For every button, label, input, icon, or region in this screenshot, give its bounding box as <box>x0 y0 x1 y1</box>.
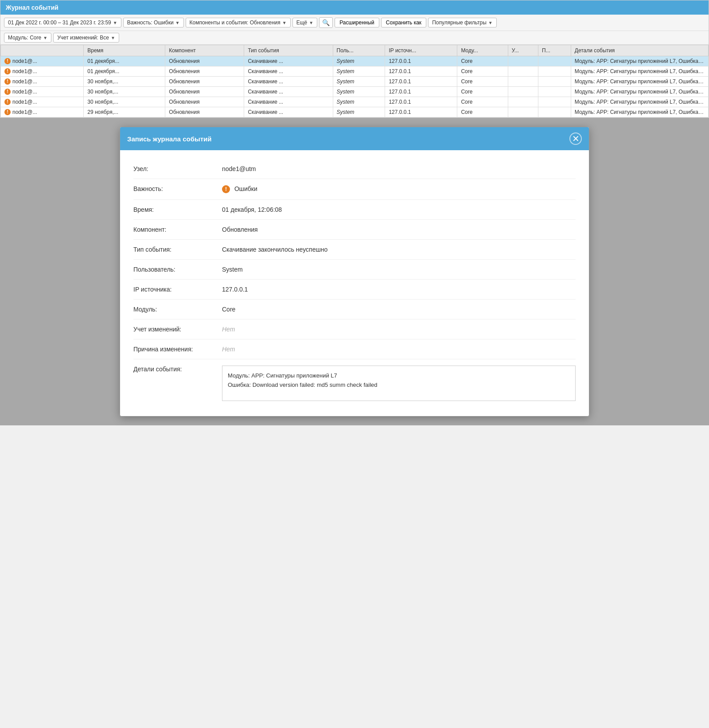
cell-component: Обновления <box>165 56 244 66</box>
table-row[interactable]: !node1@... 30 ноября,... Обновления Скач… <box>1 77 709 87</box>
cell-module: Core <box>457 56 508 66</box>
cell-component: Обновления <box>165 107 244 117</box>
top-panel: Журнал событий 01 Дек 2022 г. 00:00 – 31… <box>0 0 709 118</box>
cell-user: System <box>333 87 385 97</box>
row-severity-icon: ! <box>4 58 11 64</box>
modal-title: Запись журнала событий <box>127 135 212 143</box>
save-as-button[interactable]: Сохранить как <box>381 18 426 27</box>
cell-u <box>508 97 538 107</box>
col-user: Поль... <box>333 45 385 56</box>
detail-user-value: System <box>222 266 576 273</box>
changes-filter[interactable]: Учет изменений: Все ▼ <box>53 33 119 43</box>
cell-time: 01 декября... <box>84 56 165 66</box>
cell-user: System <box>333 107 385 117</box>
detail-component-row: Компонент: Обновления <box>133 220 576 240</box>
more-label: Ещё <box>296 19 308 26</box>
popular-filters-label: Популярные фильтры <box>432 19 487 26</box>
popular-filters-button[interactable]: Популярные фильтры ▼ <box>428 18 497 27</box>
table-row[interactable]: !node1@... 29 ноября,... Обновления Скач… <box>1 107 709 117</box>
more-filter[interactable]: Ещё ▼ <box>292 18 317 27</box>
severity-text: Ошибки <box>234 185 257 192</box>
cell-node: !node1@... <box>1 87 84 97</box>
detail-user-label: Пользователь: <box>133 266 222 273</box>
module-label: Модуль: Core <box>8 35 41 41</box>
search-button[interactable]: 🔍 <box>319 17 333 28</box>
cell-node: !node1@... <box>1 97 84 107</box>
cell-time: 01 декября... <box>84 66 165 77</box>
details-box: Модуль: APP: Сигнатуры приложений L7 Оши… <box>222 366 576 401</box>
table-row[interactable]: !node1@... 30 ноября,... Обновления Скач… <box>1 97 709 107</box>
components-filter[interactable]: Компоненты и события: Обновления ▼ <box>186 18 291 27</box>
detail-event-type-label: Тип события: <box>133 246 222 253</box>
cell-event-type: Скачивание ... <box>244 77 333 87</box>
detail-node-value: node1@utm <box>222 165 576 172</box>
severity-filter[interactable]: Важность: Ошибки ▼ <box>123 18 184 27</box>
cell-component: Обновления <box>165 66 244 77</box>
table-header-row: Время Компонент Тип события Поль... IP и… <box>1 45 709 56</box>
col-u: У... <box>508 45 538 56</box>
cell-event-type: Скачивание ... <box>244 66 333 77</box>
cell-user: System <box>333 66 385 77</box>
cell-time: 30 ноября,... <box>84 97 165 107</box>
cell-module: Core <box>457 77 508 87</box>
col-event-type: Тип события <box>244 45 333 56</box>
detail-time-value: 01 декабря, 12:06:08 <box>222 206 576 213</box>
advanced-button[interactable]: Расширенный <box>335 18 379 27</box>
cell-details: Модуль: APP: Сигнатуры приложений L7, Ош… <box>571 56 708 66</box>
cell-module: Core <box>457 66 508 77</box>
detail-severity-row: Важность: ! Ошибки <box>133 179 576 200</box>
cell-ip: 127.0.0.1 <box>385 66 457 77</box>
components-label: Компоненты и события: Обновления <box>190 19 280 26</box>
cell-component: Обновления <box>165 97 244 107</box>
col-node <box>1 45 84 56</box>
module-filter[interactable]: Модуль: Core ▼ <box>4 33 51 43</box>
event-detail-modal: Запись журнала событий ✕ Узел: node1@utm… <box>120 127 589 417</box>
detail-details-value: Модуль: APP: Сигнатуры приложений L7 Оши… <box>222 366 576 401</box>
cell-user: System <box>333 56 385 66</box>
detail-severity-value: ! Ошибки <box>222 185 576 193</box>
row-severity-icon: ! <box>4 109 11 115</box>
date-range-filter[interactable]: 01 Дек 2022 г. 00:00 – 31 Дек 2023 г. 23… <box>4 18 121 27</box>
detail-time-row: Время: 01 декабря, 12:06:08 <box>133 200 576 220</box>
cell-module: Core <box>457 87 508 97</box>
detail-details-label: Детали события: <box>133 366 222 373</box>
cell-component: Обновления <box>165 87 244 97</box>
popular-filters-arrow: ▼ <box>488 20 493 25</box>
modal-body: Узел: node1@utm Важность: ! Ошибки Время… <box>120 150 589 416</box>
cell-u <box>508 66 538 77</box>
panel-title: Журнал событий <box>6 4 703 11</box>
detail-details-row: Детали события: Модуль: APP: Сигнатуры п… <box>133 359 576 407</box>
module-arrow: ▼ <box>43 35 47 40</box>
detail-node-row: Узел: node1@utm <box>133 159 576 179</box>
cell-node: !node1@... <box>1 66 84 77</box>
table-row[interactable]: !node1@... 30 ноября,... Обновления Скач… <box>1 87 709 97</box>
table-row[interactable]: !node1@... 01 декября... Обновления Скач… <box>1 66 709 77</box>
changes-arrow: ▼ <box>111 35 115 40</box>
detail-change-reason-row: Причина изменения: Нет <box>133 339 576 359</box>
cell-event-type: Скачивание ... <box>244 87 333 97</box>
cell-u <box>508 107 538 117</box>
cell-module: Core <box>457 107 508 117</box>
col-ip: IP источн... <box>385 45 457 56</box>
row-severity-icon: ! <box>4 68 11 74</box>
detail-node-label: Узел: <box>133 165 222 172</box>
cell-p <box>538 97 571 107</box>
cell-u <box>508 56 538 66</box>
detail-user-row: Пользователь: System <box>133 260 576 280</box>
detail-event-type-value: Скачивание закончилось неуспешно <box>222 246 576 253</box>
detail-time-label: Время: <box>133 206 222 213</box>
col-time: Время <box>84 45 165 56</box>
toolbar-row1: 01 Дек 2022 г. 00:00 – 31 Дек 2023 г. 23… <box>0 15 709 31</box>
cell-ip: 127.0.0.1 <box>385 107 457 117</box>
cell-time: 30 ноября,... <box>84 87 165 97</box>
modal-close-button[interactable]: ✕ <box>569 132 582 145</box>
modal-header: Запись журнала событий ✕ <box>120 127 589 150</box>
detail-severity-label: Важность: <box>133 185 222 192</box>
cell-p <box>538 77 571 87</box>
cell-event-type: Скачивание ... <box>244 56 333 66</box>
row-severity-icon: ! <box>4 78 11 85</box>
severity-icon: ! <box>222 185 230 193</box>
modal-overlay: Запись журнала событий ✕ Узел: node1@utm… <box>0 118 709 425</box>
table-row[interactable]: !node1@... 01 декября... Обновления Скач… <box>1 56 709 66</box>
cell-ip: 127.0.0.1 <box>385 97 457 107</box>
